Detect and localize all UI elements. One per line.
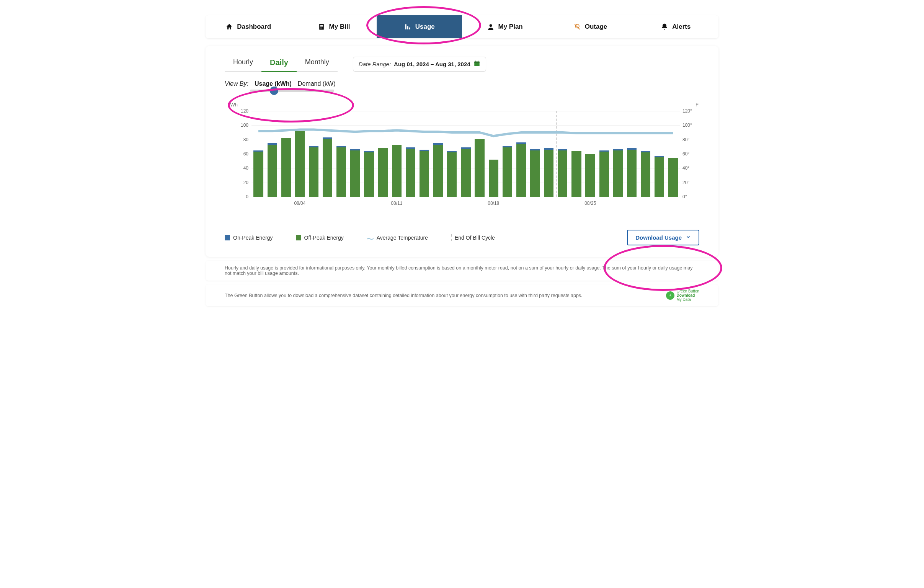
bar-day[interactable] [639,111,653,197]
bar-day[interactable] [542,111,556,197]
view-by-demand[interactable]: Demand (kW) [298,80,336,87]
svg-rect-1 [320,25,323,26]
green-button-download-badge[interactable]: Green Button Download My Data [666,289,699,302]
bar-day[interactable] [293,111,307,197]
usage-card: Hourly Daily Monthly Date Range: Aug 01,… [206,46,718,257]
bar-day[interactable] [459,111,473,197]
off-peak-swatch-icon [296,235,301,240]
bar-day[interactable] [473,111,487,197]
bar-day[interactable] [417,111,431,197]
nav-label: Usage [415,23,435,31]
bar-day[interactable] [514,111,528,197]
bar-day[interactable] [487,111,500,197]
bar-day[interactable] [528,111,542,197]
bar-day[interactable] [362,111,376,197]
bar-day[interactable] [653,111,667,197]
bar-day[interactable] [307,111,321,197]
nav-usage[interactable]: Usage [377,15,462,38]
ytick-right: 40° [683,165,697,171]
bar-day[interactable] [556,111,569,197]
temp-swatch-icon [367,236,374,239]
nav-my-plan[interactable]: My Plan [462,15,547,38]
xtick-label: 08/18 [488,201,499,206]
xtick-label: 08/04 [294,201,305,206]
download-icon [666,291,675,300]
bar-day[interactable] [279,111,293,197]
bar-day[interactable] [445,111,459,197]
granularity-tabs: Hourly Daily Monthly [225,56,338,72]
bar-day[interactable] [583,111,597,197]
ytick-right: 60° [683,151,697,157]
ytick-right: 0° [683,194,697,200]
bar-day[interactable] [569,111,583,197]
bar-day[interactable] [403,111,417,197]
disclaimer-footer: Hourly and daily usage is provided for i… [206,261,718,281]
green-button-footer: The Green Button allows you to download … [206,284,718,306]
svg-rect-12 [475,61,476,62]
slider-thumb[interactable] [270,86,278,95]
ytick-left: 0 [237,194,248,200]
bill-icon [318,23,325,31]
nav-outage[interactable]: Outage [547,15,633,38]
bar-day[interactable] [321,111,335,197]
usage-chart: kWh F 00°2020°4040°6060°8080°100100°1201… [225,111,699,211]
bar-day[interactable] [348,111,362,197]
bar-day[interactable] [431,111,445,197]
bar-day[interactable] [265,111,279,197]
svg-point-7 [489,24,492,27]
bar-chart-icon [404,23,411,31]
ytick-left: 100 [237,122,248,128]
xtick-label: 08/25 [584,201,596,206]
view-by-slider[interactable] [250,89,334,92]
svg-rect-4 [405,24,406,29]
bar-day[interactable] [376,111,389,197]
y-axis-left-label: kWh [228,102,238,107]
bar-day[interactable] [625,111,639,197]
disclaimer-text: Hourly and daily usage is provided for i… [225,265,699,276]
nav-label: My Bill [329,23,350,31]
date-range-value: Aug 01, 2024 – Aug 31, 2024 [394,61,470,68]
date-range-picker[interactable]: Date Range: Aug 01, 2024 – Aug 31, 2024 [353,57,486,72]
nav-my-bill[interactable]: My Bill [291,15,376,38]
xtick-label: 08/11 [391,201,402,206]
svg-rect-13 [478,61,478,62]
calendar-icon [474,60,480,68]
bar-day[interactable] [611,111,625,197]
nav-dashboard[interactable]: Dashboard [206,15,291,38]
person-icon [487,23,495,31]
green-button-text: The Green Button allows you to download … [225,293,582,298]
bar-day[interactable] [667,111,680,197]
tab-monthly[interactable]: Monthly [297,56,338,72]
svg-rect-3 [320,28,322,29]
date-range-label: Date Range: [359,61,391,68]
bar-day[interactable] [500,111,514,197]
chevron-down-icon [686,234,691,241]
bar-day[interactable] [251,111,265,197]
badge-line: My Data [677,297,699,302]
badge-line: Green Button [677,289,699,293]
view-by-row: View By: Usage (kWh) Demand (kW) [225,80,699,87]
legend-label: Off-Peak Energy [304,235,344,241]
svg-rect-11 [474,61,480,63]
ytick-left: 120 [237,108,248,114]
bulb-off-icon [573,23,581,31]
legend-off-peak: Off-Peak Energy [296,235,344,241]
badge-line: Download [677,293,699,297]
nav-label: My Plan [498,23,523,31]
end-of-bill-line [556,111,556,197]
chart-legend: On-Peak Energy Off-Peak Energy Average T… [225,230,699,245]
bar-day[interactable] [389,111,403,197]
y-axis-right-label: F [695,102,698,107]
download-label: Download Usage [635,234,682,241]
nav-alerts[interactable]: Alerts [633,15,718,38]
bar-day[interactable] [597,111,611,197]
download-usage-button[interactable]: Download Usage [627,230,699,245]
tab-hourly[interactable]: Hourly [225,56,261,72]
bar-day[interactable] [335,111,348,197]
ytick-left: 60 [237,151,248,157]
ytick-right: 120° [683,108,697,114]
top-nav: Dashboard My Bill Usage My Plan Outage [206,15,718,38]
bell-icon [661,23,668,31]
tab-daily[interactable]: Daily [261,56,297,72]
eob-swatch-icon [451,234,452,241]
